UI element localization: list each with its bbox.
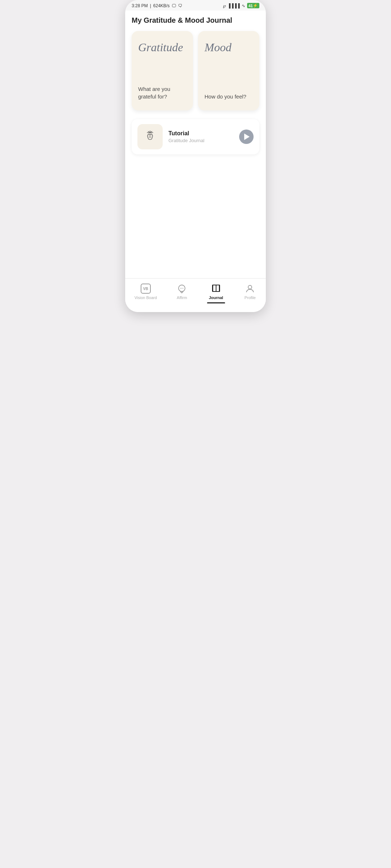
svg-point-8 <box>183 288 184 289</box>
bluetooth-icon: ℘ <box>223 3 226 8</box>
nav-label-affirm: Affirm <box>177 295 187 300</box>
svg-point-9 <box>248 285 252 289</box>
svg-point-7 <box>181 288 182 289</box>
nav-item-visionboard[interactable]: VB Vision Board <box>130 282 161 301</box>
gratitude-card-subtitle: What are you grateful for? <box>138 85 186 100</box>
visionboard-icon: VB <box>141 284 151 294</box>
tutorial-subtitle: Gratitude Journal <box>168 138 233 143</box>
affirm-icon <box>177 284 187 294</box>
page-title: My Gratitude & Mood Journal <box>132 16 259 25</box>
gratitude-card[interactable]: Gratitude What are you grateful for? <box>132 31 193 110</box>
profile-icon <box>245 284 255 294</box>
svg-point-6 <box>180 288 181 289</box>
nav-label-profile: Profile <box>245 295 256 300</box>
wifi-icon: ∿ <box>242 3 245 8</box>
message-icon: 🗨 <box>178 3 183 8</box>
hands-icon <box>143 130 157 144</box>
gratitude-card-title: Gratitude <box>138 41 183 54</box>
phone-frame: 3:28 PM | 624KB/s 🖵 🗨 ℘ ▐▐▐▐ ∿ 41 ⚡ My G… <box>125 0 266 312</box>
screen-icon: 🖵 <box>172 3 176 8</box>
mood-card-subtitle: How do you feel? <box>205 93 246 100</box>
status-bar: 3:28 PM | 624KB/s 🖵 🗨 ℘ ▐▐▐▐ ∿ 41 ⚡ <box>125 0 266 10</box>
cards-grid: Gratitude What are you grateful for? Moo… <box>132 31 259 110</box>
nav-item-affirm[interactable]: Affirm <box>171 282 193 301</box>
mood-card[interactable]: Mood How do you feel? <box>198 31 259 110</box>
nav-item-journal[interactable]: Journal <box>203 282 229 305</box>
nav-item-profile[interactable]: Profile <box>239 282 261 301</box>
play-icon <box>244 133 250 140</box>
mood-card-title: Mood <box>205 41 232 54</box>
status-left: 3:28 PM | 624KB/s 🖵 🗨 <box>132 3 183 8</box>
bottom-nav: VB Vision Board Affirm <box>125 278 266 312</box>
battery-indicator: 41 ⚡ <box>247 3 259 8</box>
vb-box: VB <box>141 284 151 294</box>
network-speed: | <box>150 3 151 8</box>
tutorial-card[interactable]: Tutorial Gratitude Journal <box>132 119 259 154</box>
status-right: ℘ ▐▐▐▐ ∿ 41 ⚡ <box>223 3 259 8</box>
tutorial-title: Tutorial <box>168 130 233 137</box>
battery-charge-icon: ⚡ <box>253 3 258 8</box>
battery-level: 41 <box>249 4 253 8</box>
tutorial-info: Tutorial Gratitude Journal <box>168 130 233 143</box>
signal-icon: ▐▐▐▐ <box>228 3 240 8</box>
nav-label-journal: Journal <box>209 295 223 300</box>
play-button[interactable] <box>239 130 254 144</box>
nav-label-visionboard: Vision Board <box>135 295 157 300</box>
time-display: 3:28 PM <box>132 3 148 8</box>
active-indicator <box>207 302 225 303</box>
journal-icon <box>211 284 221 294</box>
main-content: My Gratitude & Mood Journal Gratitude Wh… <box>125 10 266 278</box>
network-speed-value: 624KB/s <box>153 3 170 8</box>
tutorial-icon-box <box>137 124 163 149</box>
